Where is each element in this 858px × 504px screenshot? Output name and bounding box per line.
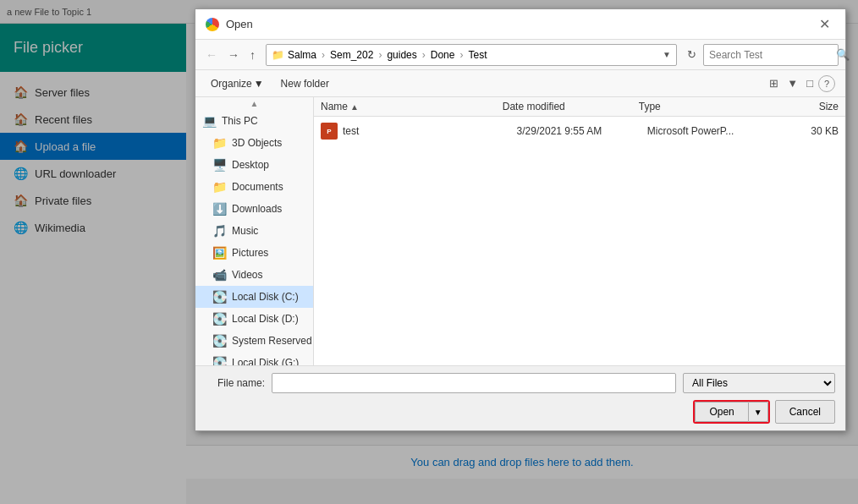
help-button[interactable]: ? [818, 75, 835, 92]
this-pc-icon: 💻 [202, 114, 217, 128]
nav-item-downloads[interactable]: ⬇️ Downloads [195, 198, 313, 220]
organize-label: Organize [211, 78, 252, 90]
dialog-actions: Open ▼ Cancel [206, 400, 835, 424]
nav-item-label: Documents [232, 181, 283, 193]
search-icon: 🔍 [836, 48, 850, 61]
nav-back-button[interactable]: ← [202, 47, 221, 63]
organize-dropdown-icon: ▼ [254, 78, 264, 90]
nav-item-label: Local Disk (G:) [232, 357, 299, 365]
desktop-icon: 🖥️ [212, 158, 227, 172]
search-box: 🔍 [703, 44, 839, 66]
documents-icon: 📁 [212, 180, 227, 194]
column-name[interactable]: Name ▲ [321, 101, 503, 112]
nav-scroll-up[interactable]: ▲ [195, 97, 313, 110]
file-area: Name ▲ Date modified Type Size P test 3/… [314, 97, 845, 365]
nav-item-local-disk-c[interactable]: 💽 Local Disk (C:) [195, 286, 313, 308]
breadcrumb-sep: › [378, 49, 382, 61]
refresh-button[interactable]: ↻ [684, 47, 700, 63]
address-bar-content: 📁 Salma › Sem_202 › guides › Done › Test [272, 49, 663, 61]
file-name: test [343, 125, 517, 137]
open-file-dialog: Open ✕ ← → ↑ 📁 Salma › Sem_202 › guides … [195, 8, 846, 431]
address-bar[interactable]: 📁 Salma › Sem_202 › guides › Done › Test… [266, 44, 677, 66]
breadcrumb-part: Sem_202 [330, 49, 373, 61]
pictures-icon: 🖼️ [212, 246, 227, 260]
view-details-button[interactable]: ⊞ [766, 75, 782, 91]
pptx-file-icon: P [321, 123, 338, 140]
address-dropdown-button[interactable]: ▼ [663, 50, 671, 59]
nav-item-videos[interactable]: 📹 Videos [195, 264, 313, 286]
cancel-button[interactable]: Cancel [775, 400, 835, 424]
nav-item-music[interactable]: 🎵 Music [195, 220, 313, 242]
nav-item-label: Videos [232, 269, 262, 281]
nav-item-3d-objects[interactable]: 📁 3D Objects [195, 132, 313, 154]
open-dropdown-button[interactable]: ▼ [748, 402, 768, 422]
breadcrumb-sep: › [322, 49, 325, 61]
open-button[interactable]: Open [695, 402, 747, 422]
filename-input[interactable] [272, 373, 676, 393]
sort-arrow-icon: ▲ [350, 102, 359, 112]
downloads-icon: ⬇️ [212, 202, 227, 216]
dialog-title-left: Open [206, 18, 253, 31]
videos-icon: 📹 [212, 268, 227, 282]
breadcrumb-part: Salma [288, 49, 316, 61]
breadcrumb-part: Test [468, 49, 487, 61]
file-list-header: Name ▲ Date modified Type Size [314, 97, 845, 117]
nav-up-button[interactable]: ↑ [246, 47, 259, 63]
nav-item-this-pc[interactable]: 💻 This PC [195, 110, 313, 132]
dialog-title-text: Open [226, 18, 253, 30]
filename-label: File name: [206, 377, 265, 389]
breadcrumb-part: guides [387, 49, 416, 61]
view-preview-button[interactable]: □ [803, 75, 817, 91]
nav-item-label: Local Disk (C:) [232, 291, 299, 303]
nav-item-label: Local Disk (D:) [232, 313, 299, 325]
nav-item-local-disk-g[interactable]: 💽 Local Disk (G:) [195, 352, 313, 365]
nav-item-label: Desktop [232, 159, 269, 171]
nav-item-desktop[interactable]: 🖥️ Desktop [195, 154, 313, 176]
nav-forward-button[interactable]: → [224, 47, 243, 63]
filename-row: File name: All Files [206, 373, 835, 393]
nav-item-label: Pictures [232, 247, 268, 259]
nav-item-label: 3D Objects [232, 137, 282, 149]
dialog-titlebar: Open ✕ [195, 9, 845, 40]
music-icon: 🎵 [212, 224, 227, 238]
chrome-icon [206, 18, 219, 31]
dialog-body: ▲ 💻 This PC 📁 3D Objects 🖥️ Desktop 📁 Do… [195, 97, 845, 365]
column-date[interactable]: Date modified [503, 101, 639, 112]
breadcrumb-part: Done [431, 49, 455, 61]
nav-item-label: This PC [222, 115, 258, 127]
column-size[interactable]: Size [775, 101, 839, 112]
organize-button[interactable]: Organize ▼ [206, 76, 269, 91]
new-folder-button[interactable]: New folder [276, 76, 334, 91]
dialog-close-button[interactable]: ✕ [814, 14, 835, 34]
file-row[interactable]: P test 3/29/2021 9:55 AM Microsoft Power… [314, 118, 845, 144]
file-rows: P test 3/29/2021 9:55 AM Microsoft Power… [314, 117, 845, 365]
column-type[interactable]: Type [639, 101, 775, 112]
view-buttons: ⊞ ▼ □ ? [766, 75, 835, 92]
file-size: 30 KB [778, 125, 839, 137]
dialog-nav-toolbar: ← → ↑ 📁 Salma › Sem_202 › guides › Done … [195, 40, 845, 70]
nav-item-label: Music [232, 225, 258, 237]
breadcrumb-sep: › [422, 49, 426, 61]
nav-item-pictures[interactable]: 🖼️ Pictures [195, 242, 313, 264]
dialog-organize-toolbar: Organize ▼ New folder ⊞ ▼ □ ? [195, 70, 845, 97]
nav-item-label: Downloads [232, 203, 282, 215]
local-disk-d-icon: 💽 [212, 312, 227, 326]
search-input[interactable] [709, 49, 836, 61]
nav-item-documents[interactable]: 📁 Documents [195, 176, 313, 198]
file-date: 3/29/2021 9:55 AM [517, 125, 647, 137]
breadcrumb-sep: › [459, 49, 463, 61]
local-disk-c-icon: 💽 [212, 290, 227, 304]
breadcrumb-icon: 📁 [272, 49, 284, 61]
nav-item-local-disk-d[interactable]: 💽 Local Disk (D:) [195, 308, 313, 330]
nav-item-label: System Reserved [232, 335, 312, 347]
nav-panel: ▲ 💻 This PC 📁 3D Objects 🖥️ Desktop 📁 Do… [195, 97, 314, 365]
view-dropdown-button[interactable]: ▼ [784, 75, 801, 91]
filetype-select[interactable]: All Files [683, 373, 835, 393]
nav-item-system-reserved[interactable]: 💽 System Reserved [195, 330, 313, 352]
open-button-container: Open ▼ [693, 400, 769, 424]
local-disk-g-icon: 💽 [212, 356, 227, 365]
file-type: Microsoft PowerP... [647, 125, 778, 137]
dialog-bottom: File name: All Files Open ▼ Cancel [195, 365, 845, 430]
3d-objects-icon: 📁 [212, 136, 227, 150]
system-reserved-icon: 💽 [212, 334, 227, 348]
